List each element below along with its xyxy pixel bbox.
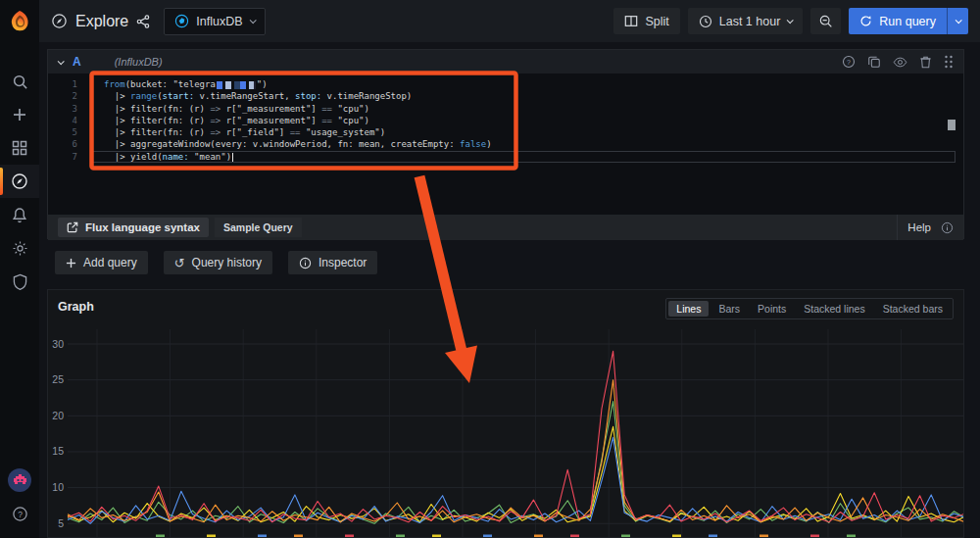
mode-tab-lines[interactable]: Lines <box>668 301 709 317</box>
duplicate-query-icon[interactable] <box>867 55 881 69</box>
explore-compass-icon <box>11 172 28 190</box>
sidebar-item-search[interactable] <box>0 65 39 98</box>
zoom-out-button[interactable] <box>810 8 841 34</box>
y-axis-tick: 30 <box>52 338 64 350</box>
remove-query-trash-icon[interactable] <box>919 55 932 69</box>
datasource-label: InfluxDB <box>196 15 242 28</box>
graph-panel: Graph LinesBarsPointsStacked linesStacke… <box>47 289 964 538</box>
code-line[interactable]: 6 |> aggregateWindow(every: v.windowPeri… <box>48 138 963 150</box>
explore-page-icon <box>51 13 68 29</box>
info-circle-icon <box>299 257 312 269</box>
sidebar-item-help[interactable]: ? <box>0 497 39 530</box>
bell-icon <box>12 207 27 223</box>
censored-bucket-name <box>217 81 256 89</box>
code-line[interactable]: 4 |> filter(fn: (r) => r["_measurement"]… <box>48 115 963 126</box>
plus-icon <box>12 107 27 122</box>
chart-line-series-2 <box>68 426 964 522</box>
history-icon: ↺ <box>174 257 185 269</box>
y-axis-tick: 20 <box>52 410 64 421</box>
sample-query-button[interactable]: Sample Query <box>215 218 302 237</box>
drag-handle-icon[interactable] <box>944 55 954 69</box>
line-number: 7 <box>48 151 91 163</box>
y-axis-tick: 5 <box>58 517 64 529</box>
chevron-down-icon <box>249 17 256 24</box>
mode-tab-stacked-lines[interactable]: Stacked lines <box>796 301 872 317</box>
chart-line-series-4 <box>68 380 964 522</box>
sample-query-label: Sample Query <box>223 221 293 233</box>
code-line[interactable]: 3 |> filter(fn: (r) => r["_measurement"]… <box>48 103 963 115</box>
mode-tab-bars[interactable]: Bars <box>710 301 748 317</box>
code-text: |> filter(fn: (r) => r["_measurement"] =… <box>91 115 369 126</box>
chart-line-series-5 <box>68 351 964 522</box>
chevron-down-icon <box>956 17 962 24</box>
grafana-logo[interactable] <box>0 0 39 43</box>
code-text: |> yield(name: "mean") <box>91 151 233 163</box>
run-query-button[interactable]: Run query <box>849 8 968 34</box>
help-label: Help <box>907 221 931 233</box>
line-number: 5 <box>48 126 91 138</box>
zoom-out-icon <box>818 14 833 28</box>
y-axis-tick: 10 <box>52 481 64 493</box>
help-button[interactable]: Help <box>897 215 963 240</box>
code-line[interactable]: 5 |> filter(fn: (r) => r["_field"] == "u… <box>48 126 963 138</box>
mode-tab-stacked-bars[interactable]: Stacked bars <box>875 301 951 317</box>
sidebar-item-profile[interactable] <box>0 464 39 497</box>
code-text: from(bucket: "telegra") <box>91 78 268 90</box>
sidebar-item-alerting[interactable] <box>0 198 39 231</box>
grafana-explore-app: ? Explore InfluxDB Split Last 1 hour <box>0 0 980 538</box>
sidebar: ? <box>0 0 39 538</box>
query-editor-panel: A (InfluxDB) ? 1from(bucket: "telegra")2… <box>47 49 964 239</box>
sidebar-item-dashboards[interactable] <box>0 131 39 165</box>
dashboards-icon <box>12 140 27 156</box>
inspector-label: Inspector <box>318 256 367 269</box>
chevron-down-icon <box>787 17 794 24</box>
sidebar-item-explore[interactable] <box>0 165 39 198</box>
svg-text:?: ? <box>18 509 23 518</box>
query-history-button[interactable]: ↺ Query history <box>164 251 272 274</box>
split-button[interactable]: Split <box>613 8 679 34</box>
chart-line-series-3 <box>68 437 964 523</box>
code-text: |> range(start: v.timeRangeStart, stop: … <box>91 90 412 102</box>
query-row-header[interactable]: A (InfluxDB) ? <box>48 50 963 73</box>
add-query-button[interactable]: Add query <box>55 251 148 274</box>
mode-tab-points[interactable]: Points <box>750 301 794 317</box>
code-line[interactable]: 1from(bucket: "telegra") <box>48 78 963 90</box>
sidebar-item-configuration[interactable] <box>0 231 39 265</box>
time-range-label: Last 1 hour <box>719 15 781 28</box>
help-circle-icon: ? <box>12 506 28 522</box>
run-query-dropdown[interactable] <box>947 8 968 34</box>
flux-syntax-label: Flux language syntax <box>85 221 200 233</box>
split-label: Split <box>645 15 668 28</box>
flux-syntax-button[interactable]: Flux language syntax <box>58 218 209 237</box>
line-number: 1 <box>48 78 91 90</box>
time-range-picker[interactable]: Last 1 hour <box>688 8 804 34</box>
inspector-button[interactable]: Inspector <box>288 251 377 274</box>
sidebar-item-server-admin[interactable] <box>0 265 39 298</box>
datasource-picker[interactable]: InfluxDB <box>164 8 265 35</box>
code-line[interactable]: 7 |> yield(name: "mean") <box>48 151 963 163</box>
user-avatar <box>8 468 31 492</box>
code-text: |> filter(fn: (r) => r["_measurement"] =… <box>91 103 369 115</box>
line-number: 3 <box>48 103 91 115</box>
disable-query-eye-icon[interactable] <box>893 56 907 69</box>
search-icon <box>12 73 28 90</box>
time-series-chart[interactable]: 51015202530 <box>48 290 964 538</box>
split-icon <box>624 15 638 27</box>
flux-code-editor[interactable]: 1from(bucket: "telegra")2 |> range(start… <box>48 73 963 215</box>
query-help-icon[interactable]: ? <box>842 55 856 69</box>
page-title: Explore <box>75 13 128 30</box>
refresh-icon <box>859 15 872 27</box>
line-number: 2 <box>48 90 91 102</box>
line-number: 6 <box>48 138 91 150</box>
y-axis-tick: 25 <box>52 373 64 385</box>
info-circle-icon <box>941 221 954 234</box>
svg-text:?: ? <box>847 59 851 66</box>
run-query-label: Run query <box>879 15 936 28</box>
collapse-chevron-icon[interactable] <box>58 58 65 65</box>
influxdb-icon <box>174 14 189 28</box>
code-line[interactable]: 2 |> range(start: v.timeRangeStart, stop… <box>48 90 963 102</box>
y-axis-tick: 15 <box>52 445 64 457</box>
active-indicator <box>0 168 3 195</box>
share-icon[interactable] <box>136 15 150 28</box>
sidebar-item-create[interactable] <box>0 98 39 131</box>
